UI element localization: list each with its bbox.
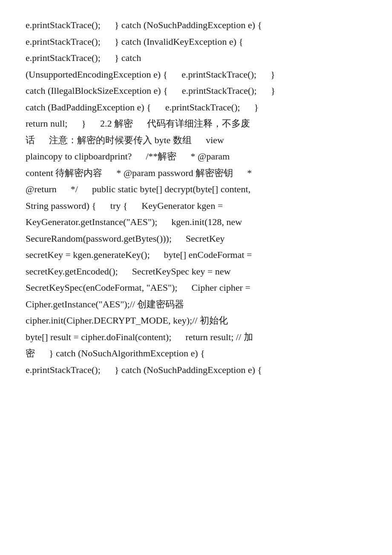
line-19: cipher.init(Cipher.DECRYPT_MODE, key);//… (26, 312, 366, 329)
line-16: secretKey.getEncoded(); SecretKeySpec ke… (26, 263, 366, 280)
line-9: plaincopy to clipboardprint? /**解密 * @pa… (26, 148, 366, 165)
line-6: catch (BadPaddingException e) { e.printS… (26, 99, 366, 116)
line-10: content 待解密内容 * @param password 解密密钥 * (26, 165, 366, 182)
line-21: 密 } catch (NoSuchAlgorithmException e) { (26, 345, 366, 362)
line-5: catch (IllegalBlockSizeException e) { e.… (26, 83, 366, 99)
line-7: return null; } 2.2 解密 代码有详细注释，不多废 (26, 116, 366, 132)
line-15: secretKey = kgen.generateKey(); byte[] e… (26, 247, 366, 263)
line-4: (UnsupportedEncodingException e) { e.pri… (26, 66, 366, 83)
page: e.printStackTrace(); } catch (NoSuchPadd… (0, 0, 392, 555)
line-14: SecureRandom(password.getBytes())); Secr… (26, 231, 366, 247)
line-2: e.printStackTrace(); } catch (InvalidKey… (26, 34, 366, 50)
line-11: @return */ public static byte[] decrypt(… (26, 181, 366, 198)
line-22: e.printStackTrace(); } catch (NoSuchPadd… (26, 362, 366, 379)
line-20: byte[] result = cipher.doFinal(content);… (26, 329, 366, 346)
line-1: e.printStackTrace(); } catch (NoSuchPadd… (26, 17, 366, 34)
line-17: SecretKeySpec(enCodeFormat, "AES"); Ciph… (26, 280, 366, 296)
line-18: Cipher.getInstance("AES");// 创建密码器 (26, 296, 366, 313)
code-text: e.printStackTrace(); } catch (NoSuchPadd… (26, 17, 366, 378)
line-13: KeyGenerator.getInstance("AES"); kgen.in… (26, 214, 366, 231)
line-12: String password) { try { KeyGenerator kg… (26, 198, 366, 214)
line-8: 话 注意：解密的时候要传入 byte 数组 view (26, 132, 366, 149)
content-block: e.printStackTrace(); } catch (NoSuchPadd… (26, 17, 366, 378)
line-3: e.printStackTrace(); } catch (26, 50, 366, 66)
